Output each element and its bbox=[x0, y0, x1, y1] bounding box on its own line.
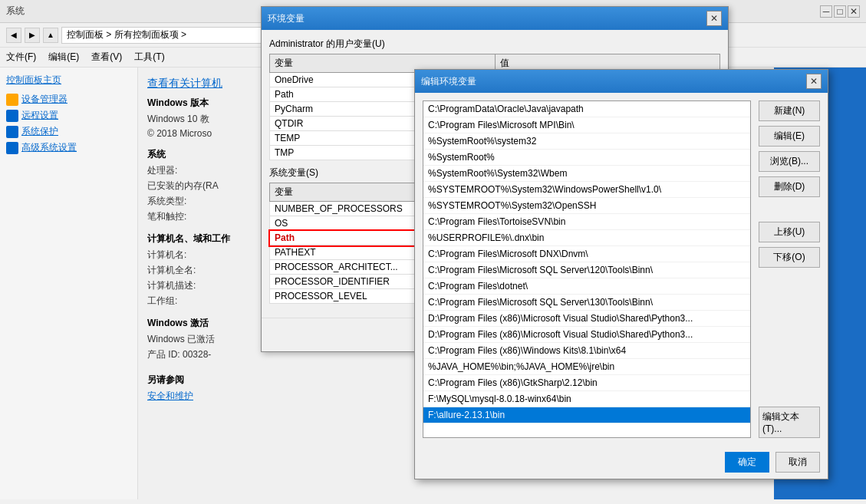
edit-dialog-close[interactable]: ✕ bbox=[806, 74, 822, 89]
path-list-item[interactable]: C:\Program Files\TortoiseSVN\bin bbox=[423, 214, 750, 230]
breadcrumb-text: 控制面板 > 所有控制面板项 > bbox=[67, 28, 186, 41]
path-list-item[interactable]: %SYSTEMROOT%\System32\OpenSSH bbox=[423, 198, 750, 214]
path-list: C:\ProgramData\Oracle\Java\javapathC:\Pr… bbox=[423, 100, 751, 438]
path-list-item[interactable]: C:\Program Files (x86)\GtkSharp\2.12\bin bbox=[423, 375, 750, 391]
path-list-item[interactable]: C:\ProgramData\Oracle\Java\javapath bbox=[423, 101, 750, 117]
env-dialog-title: 环境变量 bbox=[268, 12, 305, 25]
menu-file[interactable]: 文件(F) bbox=[6, 51, 36, 64]
move-up-button[interactable]: 上移(U) bbox=[759, 222, 820, 242]
nav-back[interactable]: ◀ bbox=[6, 28, 21, 43]
path-list-item[interactable]: %USERPROFILE%\.dnx\bin bbox=[423, 230, 750, 246]
edit-text-button[interactable]: 编辑文本(T)... bbox=[759, 407, 820, 438]
edit-button-panel: 新建(N) 编辑(E) 浏览(B)... 删除(D) 上移(U) 下移(O) 编… bbox=[759, 100, 820, 438]
edit-button[interactable]: 编辑(E) bbox=[759, 126, 820, 147]
path-list-item[interactable]: C:\Program Files\Microsoft DNX\Dnvm\ bbox=[423, 246, 750, 262]
path-list-item[interactable]: C:\Program Files\Microsoft SQL Server\13… bbox=[423, 295, 750, 311]
user-vars-label: Administrator 的用户变量(U) bbox=[269, 38, 720, 51]
path-list-item[interactable]: %SystemRoot% bbox=[423, 150, 750, 166]
path-list-item[interactable]: F:\MySQL\mysql-8.0.18-winx64\bin bbox=[423, 391, 750, 407]
edit-cancel-button[interactable]: 取消 bbox=[775, 452, 820, 473]
edit-dialog-title: 编辑环境变量 bbox=[421, 75, 476, 88]
bg-title: 系统 bbox=[6, 5, 25, 18]
path-list-item[interactable]: %SystemRoot%\system32 bbox=[423, 133, 750, 150]
env-dialog-close[interactable]: ✕ bbox=[706, 11, 722, 26]
sidebar-item-remote[interactable]: 远程设置 bbox=[6, 109, 131, 122]
edit-ok-button[interactable]: 确定 bbox=[725, 452, 769, 473]
edit-dialog-footer: 确定 取消 bbox=[415, 446, 828, 479]
advanced-label: 高级系统设置 bbox=[21, 141, 77, 154]
path-list-item[interactable]: C:\Program Files\dotnet\ bbox=[423, 278, 750, 295]
edit-dialog-body: C:\ProgramData\Oracle\Java\javapathC:\Pr… bbox=[415, 93, 828, 446]
path-list-item[interactable]: C:\Program Files (x86)\Windows Kits\8.1\… bbox=[423, 343, 750, 359]
remote-label: 远程设置 bbox=[21, 109, 58, 122]
minimize-button[interactable]: ─ bbox=[820, 5, 832, 18]
new-button[interactable]: 新建(N) bbox=[759, 100, 820, 121]
remote-icon bbox=[6, 110, 18, 122]
sidebar: 控制面板主页 设备管理器 远程设置 系统保护 高级系统设置 bbox=[0, 68, 138, 499]
path-list-item[interactable]: C:\Program Files\Microsoft SQL Server\12… bbox=[423, 262, 750, 278]
protection-label: 系统保护 bbox=[21, 125, 58, 138]
edit-env-dialog: 编辑环境变量 ✕ C:\ProgramData\Oracle\Java\java… bbox=[414, 69, 828, 479]
path-list-item[interactable]: %JAVA_HOME%\bin;%JAVA_HOME%\jre\bin bbox=[423, 359, 750, 375]
menu-edit[interactable]: 编辑(E) bbox=[48, 51, 79, 64]
close-button[interactable]: ✕ bbox=[848, 5, 860, 18]
delete-button[interactable]: 删除(D) bbox=[759, 176, 820, 197]
device-manager-label: 设备管理器 bbox=[21, 93, 68, 106]
sidebar-home-link[interactable]: 控制面板主页 bbox=[6, 74, 131, 87]
device-manager-icon bbox=[6, 94, 18, 106]
sidebar-item-protection[interactable]: 系统保护 bbox=[6, 125, 131, 138]
sidebar-item-device-manager[interactable]: 设备管理器 bbox=[6, 93, 131, 106]
path-list-item[interactable]: %SystemRoot%\System32\Wbem bbox=[423, 166, 750, 182]
advanced-icon bbox=[6, 142, 18, 154]
menu-tools[interactable]: 工具(T) bbox=[134, 51, 164, 64]
browse-button[interactable]: 浏览(B)... bbox=[759, 151, 820, 172]
maximize-button[interactable]: □ bbox=[834, 5, 846, 18]
path-list-item[interactable]: F:\allure-2.13.1\bin bbox=[423, 407, 750, 423]
edit-dialog-titlebar: 编辑环境变量 ✕ bbox=[415, 70, 828, 93]
protection-icon bbox=[6, 126, 18, 138]
env-dialog-titlebar: 环境变量 ✕ bbox=[262, 7, 728, 30]
move-down-button[interactable]: 下移(O) bbox=[759, 247, 820, 268]
path-list-item[interactable]: C:\Program Files\Microsoft MPI\Bin\ bbox=[423, 117, 750, 133]
path-list-item[interactable]: %SYSTEMROOT%\System32\WindowsPowerShell\… bbox=[423, 182, 750, 198]
sidebar-item-advanced[interactable]: 高级系统设置 bbox=[6, 141, 131, 154]
path-list-item[interactable]: D:\Program Files (x86)\Microsoft Visual … bbox=[423, 311, 750, 327]
nav-up[interactable]: ▲ bbox=[43, 28, 58, 43]
menu-view[interactable]: 查看(V) bbox=[91, 51, 122, 64]
nav-forward[interactable]: ▶ bbox=[25, 28, 40, 43]
path-list-item[interactable]: D:\Program Files (x86)\Microsoft Visual … bbox=[423, 327, 750, 343]
